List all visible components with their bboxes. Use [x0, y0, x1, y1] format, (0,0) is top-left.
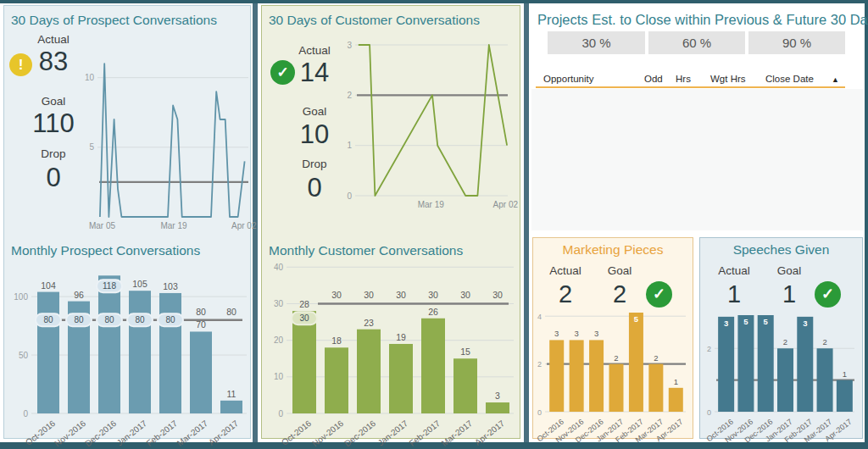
column-divider: [524, 3, 529, 442]
svg-text:3: 3: [495, 391, 500, 401]
svg-text:5: 5: [764, 317, 769, 326]
customer-card: 30 Days of Customer Conversations Actual…: [261, 5, 520, 439]
svg-text:1: 1: [347, 141, 352, 150]
svg-text:23: 23: [364, 318, 374, 328]
svg-text:105: 105: [132, 279, 147, 289]
svg-text:103: 103: [163, 281, 178, 291]
svg-text:104: 104: [41, 280, 56, 291]
svg-text:Mar 05: Mar 05: [89, 221, 116, 230]
svg-text:30: 30: [274, 299, 284, 308]
customer-line-chart[interactable]: 0123Mar 19Apr 02: [330, 42, 518, 218]
speeches-title: Speeches Given: [700, 242, 862, 258]
svg-text:30: 30: [364, 290, 374, 300]
success-icon: ✓: [646, 281, 672, 308]
goal-label: Goal: [764, 264, 815, 277]
col-header-wgt-hrs[interactable]: Wgt Hrs: [710, 74, 746, 84]
projects-panel: Projects Est. to Close within Previous &…: [531, 3, 865, 232]
svg-text:50: 50: [19, 351, 29, 360]
svg-text:3: 3: [554, 329, 559, 338]
actual-label: Actual: [540, 264, 591, 277]
prospect-bar-chart[interactable]: 05010080801049610510370118080808080118Oc…: [6, 258, 252, 438]
svg-text:28: 28: [299, 299, 309, 309]
speeches-bar-chart[interactable]: 022213553Oct-2016Nov-2016Dec-2016Jan-201…: [704, 306, 860, 435]
svg-text:30: 30: [428, 290, 438, 300]
svg-text:40: 40: [274, 263, 284, 272]
svg-text:3: 3: [594, 329, 598, 338]
filter-60pct-button[interactable]: 60 %: [648, 31, 745, 54]
svg-text:30: 30: [396, 290, 406, 300]
svg-text:2: 2: [783, 337, 787, 346]
svg-text:80: 80: [135, 315, 145, 324]
svg-text:1: 1: [674, 377, 678, 386]
customer-bar-chart[interactable]: 010203040303030303030281823192615330Oct-…: [264, 258, 519, 438]
col-header-hrs[interactable]: Hrs: [676, 74, 691, 84]
svg-text:96: 96: [74, 290, 84, 300]
svg-text:30: 30: [492, 290, 503, 300]
marketing-title: Marketing Pieces: [533, 242, 693, 258]
svg-text:80: 80: [196, 307, 206, 317]
actual-label: Actual: [18, 33, 89, 46]
actual-value: 2: [540, 280, 591, 308]
svg-text:5: 5: [89, 142, 94, 152]
svg-text:100: 100: [14, 292, 28, 302]
svg-text:Mar 19: Mar 19: [160, 221, 187, 230]
svg-text:2: 2: [537, 360, 542, 369]
svg-text:19: 19: [396, 332, 406, 342]
svg-text:2: 2: [654, 353, 658, 363]
svg-text:15: 15: [460, 346, 470, 357]
right-frame: [865, 0, 868, 449]
sort-ascending-icon[interactable]: ▲: [832, 75, 839, 84]
svg-text:3: 3: [724, 319, 728, 328]
prospect-30d-title: 30 Days of Prospect Conversations: [11, 13, 217, 28]
prospect-card: 30 Days of Prospect Conversations Actual…: [3, 5, 251, 439]
goal-label: Goal: [594, 264, 645, 277]
table-body-empty: [531, 89, 864, 230]
col-header-close-date[interactable]: Close Date: [765, 74, 814, 84]
svg-text:Mar 19: Mar 19: [418, 200, 445, 209]
goal-value: 1: [764, 280, 815, 308]
svg-text:3: 3: [803, 319, 807, 328]
svg-text:5: 5: [634, 314, 639, 324]
col-header-odd[interactable]: Odd: [644, 74, 663, 84]
svg-text:20: 20: [274, 335, 284, 345]
svg-text:26: 26: [428, 307, 438, 317]
svg-text:80: 80: [43, 315, 53, 324]
svg-text:2: 2: [614, 353, 618, 363]
svg-text:0: 0: [707, 408, 711, 417]
svg-text:80: 80: [104, 315, 114, 324]
dashboard: 30 Days of Prospect Conversations Actual…: [0, 0, 868, 449]
svg-text:5: 5: [743, 317, 748, 326]
projects-panel-title: Projects Est. to Close within Previous &…: [537, 12, 868, 28]
svg-text:11: 11: [227, 389, 236, 399]
filter-30pct-button[interactable]: 30 %: [548, 31, 645, 54]
svg-text:70: 70: [196, 319, 206, 330]
prospect-line-chart[interactable]: 510Mar 05Mar 19Apr 02: [75, 50, 253, 223]
table-header-underline: [536, 86, 845, 88]
svg-text:0: 0: [278, 409, 283, 419]
svg-text:3: 3: [574, 329, 578, 338]
speeches-card: Speeches Given Actual Goal 1 1 ✓ 0222135…: [699, 237, 863, 439]
svg-text:10: 10: [85, 73, 95, 82]
svg-text:0: 0: [537, 408, 542, 417]
goal-value: 2: [594, 280, 645, 308]
svg-text:118: 118: [103, 281, 116, 291]
svg-text:80: 80: [226, 307, 236, 317]
svg-text:Apr 02: Apr 02: [493, 200, 519, 209]
actual-label: Actual: [709, 264, 760, 277]
svg-text:Apr 02: Apr 02: [231, 221, 257, 230]
svg-text:2: 2: [707, 345, 711, 353]
customer-monthly-title: Monthly Customer Conversations: [269, 243, 463, 258]
svg-text:30: 30: [331, 290, 342, 300]
svg-text:4: 4: [537, 313, 542, 321]
marketing-bar-chart[interactable]: 0243332215Oct-2016Nov-2016Dec-2016Jan-20…: [537, 306, 691, 435]
customer-30d-title: 30 Days of Customer Conversations: [269, 13, 480, 28]
svg-text:1: 1: [843, 369, 847, 379]
svg-text:0: 0: [23, 409, 28, 419]
svg-text:10: 10: [274, 372, 284, 381]
svg-text:30: 30: [460, 290, 470, 300]
svg-text:2: 2: [347, 91, 352, 100]
actual-value: 1: [709, 280, 760, 308]
svg-text:80: 80: [74, 315, 84, 324]
col-header-opportunity[interactable]: Opportunity: [543, 74, 593, 84]
filter-90pct-button[interactable]: 90 %: [748, 31, 845, 54]
